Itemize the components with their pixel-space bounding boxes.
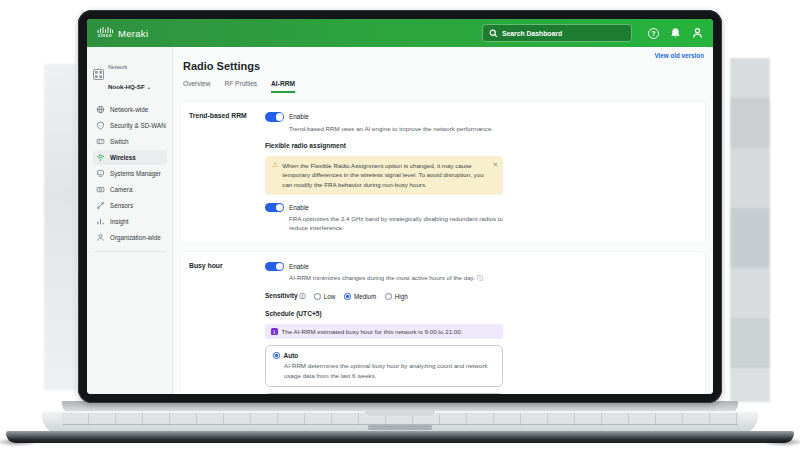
close-icon[interactable]: ✕ (493, 160, 498, 170)
shield-icon (96, 121, 105, 130)
busy-hour-info-text: The AI-RRM estimated busy hour for this … (282, 328, 463, 335)
tab-ai-rrm[interactable]: AI-RRM (271, 80, 295, 93)
busy-hour-card: Busy hour Enable AI-RRM minimizes change… (181, 252, 705, 394)
scene: cisco Meraki ? (0, 0, 800, 450)
laptop-lid-notch (365, 411, 435, 416)
sensitivity-option-high[interactable]: High (385, 293, 407, 300)
sidebar-divider (94, 251, 166, 252)
schedule-option-auto[interactable]: Auto AI-RRM determines the optimal busy … (265, 345, 503, 387)
busy-hour-description: AI-RRM minimizes changes during the most… (289, 273, 503, 283)
fra-warning-text: When the Flexible Radio Assignment optio… (282, 161, 487, 190)
search-dashboard-box[interactable] (482, 24, 632, 42)
sensitivity-label: Sensitivity ⓘ (265, 292, 305, 301)
sidebar-item-camera[interactable]: Camera (93, 182, 167, 197)
top-navbar: cisco Meraki ? (87, 19, 713, 47)
sensitivity-option-medium[interactable]: Medium (344, 293, 376, 300)
network-selector[interactable]: Network Nook-HQ-SF ⌄ (93, 54, 167, 94)
topbar-icons: ? (648, 27, 703, 39)
network-selector-label: Network (108, 64, 127, 70)
sidebar-item-security-sd-wan[interactable]: Security & SD-WAN (93, 118, 167, 133)
bar-chart-icon (96, 217, 105, 226)
camera-icon (96, 185, 105, 194)
cisco-meraki-logo: cisco Meraki (97, 27, 148, 39)
background-reflection-right (730, 58, 770, 402)
sensitivity-row: Sensitivity ⓘ Low Medium High (265, 292, 503, 301)
chevron-down-icon: ⌄ (147, 84, 152, 90)
laptop-bottom-edge (6, 431, 794, 443)
fra-enable-toggle[interactable] (265, 203, 284, 213)
page-title: Radio Settings (183, 60, 707, 72)
help-icon[interactable]: ? (648, 28, 659, 39)
radio-selected-icon (344, 293, 351, 300)
dashboard-window: cisco Meraki ? (87, 19, 713, 394)
fra-warning-banner: ⚠ When the Flexible Radio Assignment opt… (265, 156, 503, 195)
trend-rrm-enable-toggle[interactable] (265, 112, 284, 122)
fra-heading: Flexible radio assignment (265, 142, 503, 149)
sidebar: Network Nook-HQ-SF ⌄ Network-wide Securi… (87, 47, 173, 394)
busy-hour-info-banner: i The AI-RRM estimated busy hour for thi… (265, 324, 503, 339)
trend-rrm-description: Trend-based RRM uses an AI engine to imp… (289, 124, 503, 133)
wifi-icon (96, 153, 105, 162)
busy-hour-label: Busy hour (189, 262, 265, 394)
trend-based-rrm-card: Trend-based RRM Enable Trend-based RRM u… (181, 102, 705, 243)
globe-icon (96, 105, 105, 114)
organization-icon (96, 233, 105, 242)
notifications-bell-icon[interactable] (670, 27, 681, 39)
network-name: Nook-HQ-SF ⌄ (108, 83, 151, 90)
sensor-icon (96, 201, 105, 210)
meraki-wordmark: Meraki (118, 28, 148, 39)
busy-hour-enable-label: Enable (289, 263, 309, 270)
background-reflection-left (44, 64, 76, 390)
info-icon[interactable]: ⓘ (477, 275, 483, 281)
switch-icon (96, 137, 105, 146)
laptop-foot-shadow-left (0, 438, 40, 446)
tab-overview[interactable]: Overview (183, 80, 210, 93)
fra-enable-label: Enable (289, 204, 309, 211)
radio-icon (385, 293, 392, 300)
search-input[interactable] (502, 30, 625, 37)
warning-icon: ⚠ (272, 161, 278, 190)
trend-rrm-enable-label: Enable (289, 113, 309, 120)
sidebar-item-switch[interactable]: Switch (93, 134, 167, 149)
info-icon[interactable]: ⓘ (299, 293, 305, 299)
cisco-logo-icon: cisco (97, 27, 113, 39)
laptop-screen-bezel: cisco Meraki ? (78, 10, 722, 403)
app-body: Network Nook-HQ-SF ⌄ Network-wide Securi… (87, 47, 713, 394)
fra-description: FRA optimizes the 2.4 GHz band by strate… (289, 214, 503, 233)
laptop-trackpad (368, 425, 432, 430)
account-icon[interactable] (692, 27, 703, 39)
tab-rf-profiles[interactable]: RF Profiles (224, 80, 257, 93)
network-grid-icon (93, 69, 104, 80)
auto-option-description: AI-RRM determines the optimal busy hour … (284, 361, 495, 380)
sidebar-item-sensors[interactable]: Sensors (93, 198, 167, 213)
schedule-heading: Schedule (UTC+5) (265, 310, 503, 317)
busy-hour-enable-toggle[interactable] (265, 262, 284, 272)
trend-rrm-label: Trend-based RRM (189, 112, 265, 233)
cisco-wordmark: cisco (98, 34, 112, 39)
sidebar-item-network-wide[interactable]: Network-wide (93, 102, 167, 117)
sidebar-item-insight[interactable]: Insight (93, 214, 167, 229)
sidebar-item-systems-manager[interactable]: Systems Manager (93, 166, 167, 181)
sidebar-item-organization-wide[interactable]: Organization-wide (93, 230, 167, 245)
devices-icon (96, 169, 105, 178)
tab-bar: Overview RF Profiles AI-RRM (183, 80, 707, 93)
search-icon (489, 29, 498, 38)
sensitivity-option-low[interactable]: Low (314, 293, 335, 300)
laptop-foot-shadow-right (760, 438, 800, 446)
view-old-version-link[interactable]: View old version (654, 52, 704, 59)
radio-selected-icon (273, 352, 280, 359)
info-square-icon: i (271, 328, 278, 335)
main-content: View old version Radio Settings Overview… (173, 47, 713, 394)
radio-icon (314, 293, 321, 300)
sidebar-item-wireless[interactable]: Wireless (93, 150, 167, 165)
schedule-option-manual[interactable]: Manual (265, 393, 503, 394)
